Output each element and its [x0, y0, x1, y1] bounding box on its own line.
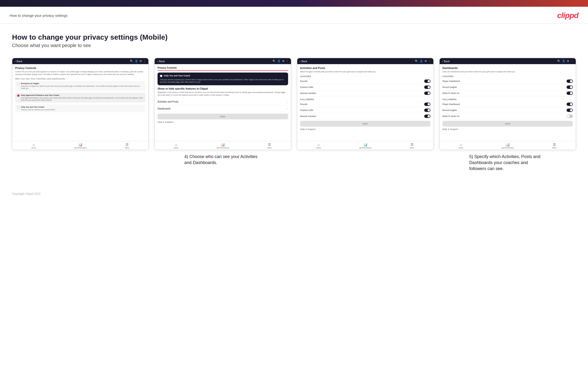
toggle-coaches-manual-label: Manual Activities [300, 92, 316, 94]
toggle-followers-player-dash[interactable]: Player Dashboard [442, 101, 573, 107]
search-icon-2[interactable]: 🔍 [272, 59, 276, 63]
toggle-followers-drills[interactable]: Practice Drills [300, 107, 431, 113]
phone4-save[interactable]: Save [442, 121, 573, 126]
phone4-back[interactable]: ‹ Back [442, 60, 450, 63]
toggle-coaches-what-to-work[interactable]: What To Work On [442, 90, 573, 96]
nav-menu-1[interactable]: ☰ Menu [125, 143, 129, 149]
phone1-section-title: Privacy Controls [15, 67, 146, 69]
chevron-activities: › [287, 100, 288, 103]
back-text-4: Back [444, 60, 450, 63]
toggle-coaches-drills-switch[interactable] [424, 85, 431, 89]
toggle-coaches-round-insights-label: Round Insights [442, 86, 457, 88]
toggle-coaches-player-dash-switch[interactable] [567, 80, 573, 83]
phone2-content: Privacy Controls Only You and Your Coach… [155, 64, 291, 141]
nav-performance-1[interactable]: 📊 My Performance [74, 143, 86, 149]
back-text-3: Back [301, 60, 307, 63]
search-icon-3[interactable]: 🔍 [415, 59, 418, 63]
tooltip-radio: Only You and Your Coach [160, 75, 285, 78]
phone4-content: Dashboards Select the dashboards that yo… [440, 64, 576, 141]
settings-icon-3[interactable]: ⚙ [424, 59, 427, 63]
more-icon-2[interactable]: ⋮ [286, 59, 289, 63]
nav-menu-label-3: Menu [410, 147, 414, 149]
menu-dashboards-label: Dashboards [157, 107, 171, 110]
radio-everyone[interactable]: Everyone on Clippd Everyone on Clippd ca… [15, 81, 146, 91]
nav-home-1[interactable]: ⌂ Home [32, 143, 36, 149]
settings-icon[interactable]: ⚙ [139, 59, 142, 63]
home-icon-4: ⌂ [460, 143, 462, 147]
toggle-followers-drills-switch[interactable] [424, 108, 431, 112]
radio-only-you-label: Only You and Your Coach [21, 106, 55, 108]
toggle-coaches-drills[interactable]: Practice Drills [300, 84, 431, 90]
phone3-back[interactable]: ‹ Back [300, 60, 307, 63]
phone1-content: Privacy Controls Control how you and you… [12, 64, 148, 141]
nav-performance-2[interactable]: 📊 My Performance [217, 143, 229, 149]
phone3-topbar: ‹ Back 🔍 👤 ⚙ ⋮ [297, 58, 433, 64]
radio-only-you-content: Only You and Your Coach Only you and the… [21, 106, 55, 111]
header: How to change your privacy settings clip… [0, 7, 588, 24]
toggle-coaches-round-insights[interactable]: Round Insights [442, 84, 573, 90]
person-icon[interactable]: 👤 [135, 59, 138, 63]
radio-everyone-label: Everyone on Clippd [21, 82, 144, 84]
phone4-help: Help & Support [442, 128, 573, 130]
toggle-coaches-what-to-work-label: What To Work On [442, 92, 459, 94]
menu-activities[interactable]: Activities and Posts › [157, 98, 288, 105]
toggle-followers-manual-label: Manual Activities [300, 115, 316, 117]
toggle-followers-round-insights-switch[interactable] [567, 108, 573, 112]
search-icon[interactable]: 🔍 [130, 59, 133, 63]
phone3-save[interactable]: Save [300, 121, 431, 126]
chart-icon-2: 📊 [221, 143, 225, 147]
toggle-coaches-what-to-work-switch[interactable] [567, 92, 573, 95]
settings-icon-4[interactable]: ⚙ [567, 59, 569, 63]
nav-home-3[interactable]: ⌂ Home [316, 143, 321, 149]
toggle-coaches-round-insights-switch[interactable] [567, 85, 573, 89]
phone3-help: Help & Support [300, 128, 431, 130]
more-icon[interactable]: ⋮ [143, 59, 146, 63]
menu-dashboards[interactable]: Dashboards › [157, 105, 288, 112]
radio-only-you[interactable]: Only You and Your Coach Only you and the… [15, 104, 146, 112]
nav-performance-4[interactable]: 📊 My Performance [502, 143, 514, 149]
nav-menu-2[interactable]: ☰ Menu [268, 143, 272, 149]
tooltip-content: Only You and Your Coach [164, 75, 190, 78]
toggle-coaches-player-dash[interactable]: Player Dashboard [442, 78, 573, 84]
person-icon-2[interactable]: 👤 [277, 59, 281, 63]
nav-menu-3[interactable]: ☰ Menu [410, 143, 414, 149]
home-icon-1: ⌂ [33, 143, 35, 147]
toggle-coaches-manual[interactable]: Manual Activities [300, 90, 431, 96]
phone2-nav: ⌂ Home 📊 My Performance ☰ Menu [155, 141, 291, 150]
toggle-followers-what-to-work-label: What To Work On [442, 115, 459, 117]
person-icon-4[interactable]: 👤 [562, 59, 565, 63]
toggle-coaches-rounds[interactable]: Rounds [300, 78, 431, 84]
toggle-coaches-manual-switch[interactable] [424, 92, 431, 95]
person-icon-3[interactable]: 👤 [420, 59, 423, 63]
search-icon-4[interactable]: 🔍 [557, 59, 561, 63]
more-icon-4[interactable]: ⋮ [571, 59, 573, 63]
toggle-followers-manual[interactable]: Manual Activities [300, 113, 431, 119]
toggle-followers-what-to-work-switch[interactable] [567, 115, 573, 118]
phone3-followers-label: FOLLOWERS [300, 98, 431, 101]
tooltip-radio-circle [160, 75, 162, 77]
nav-performance-3[interactable]: 📊 My Performance [359, 143, 372, 149]
toggle-followers-rounds-switch[interactable] [424, 103, 431, 106]
more-icon-3[interactable]: ⋮ [428, 59, 431, 63]
nav-menu-label-4: Menu [553, 147, 557, 149]
phone2-save[interactable]: Save [157, 114, 288, 119]
toggle-followers-player-dash-label: Player Dashboard [442, 103, 460, 105]
nav-home-4[interactable]: ⌂ Home [459, 143, 463, 149]
radio-everyone-content: Everyone on Clippd Everyone on Clippd ca… [21, 82, 144, 89]
chart-icon-1: 📊 [78, 143, 82, 147]
phone3-icons: 🔍 👤 ⚙ ⋮ [415, 59, 431, 63]
nav-home-2[interactable]: ⌂ Home [174, 143, 178, 149]
phone1-back[interactable]: ‹ Back [15, 60, 22, 63]
toggle-followers-round-insights[interactable]: Round Insights [442, 107, 573, 113]
toggle-followers-what-to-work[interactable]: What To Work On [442, 113, 573, 119]
settings-icon-2[interactable]: ⚙ [282, 59, 285, 63]
toggle-followers-manual-switch[interactable] [424, 115, 431, 118]
toggle-followers-rounds[interactable]: Rounds [300, 101, 431, 107]
nav-menu-4[interactable]: ☰ Menu [553, 143, 557, 149]
toggle-coaches-rounds-switch[interactable] [424, 80, 431, 83]
back-arrow-icon-2: ‹ [157, 60, 158, 63]
radio-approved[interactable]: Only Approved Followers and Your Coach O… [15, 93, 146, 103]
toggle-followers-player-dash-switch[interactable] [567, 103, 573, 106]
phone2-tooltip: Only You and Your Coach Only you and the… [157, 73, 288, 85]
phone2-back[interactable]: ‹ Back [157, 60, 165, 63]
